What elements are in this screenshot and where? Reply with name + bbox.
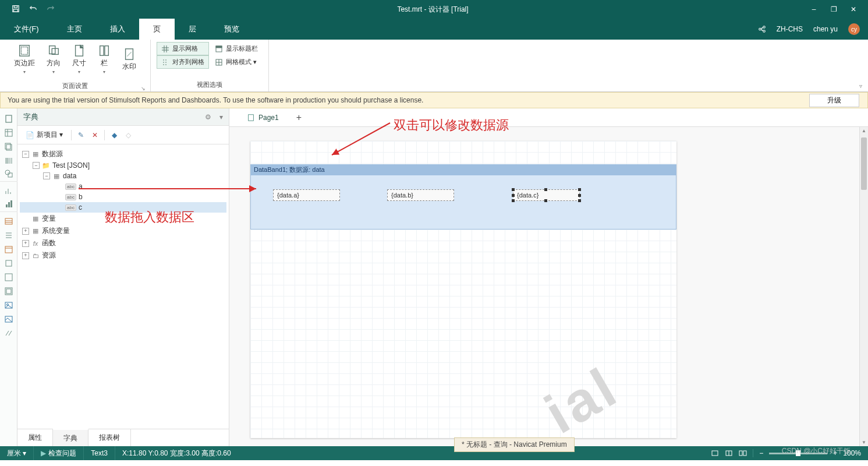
tool-copy-icon[interactable] [0,140,17,154]
tree-node-datasource[interactable]: − ▦ 数据源 [20,148,226,160]
expand-icon[interactable]: + [22,252,29,259]
tree-node-variables[interactable]: ▦ 变量 [20,213,226,225]
edit-icon[interactable]: ✎ [76,130,86,140]
sysvar-icon: ▦ [31,227,40,235]
tool-image-icon[interactable] [0,298,17,312]
canvas-scroll[interactable]: DataBand1; 数据源: data {data.a} {data.b} {… [229,127,868,446]
databand-body[interactable]: {data.a} {data.b} {data.c} [250,175,676,230]
ribbon-collapse-icon[interactable]: ▿ [859,83,862,89]
menu-layer[interactable]: 层 [175,19,210,40]
tab-report-tree[interactable]: 报表树 [88,429,131,446]
grid-mode-button[interactable]: 网格模式 ▾ [210,55,263,69]
orientation-button[interactable]: 方向 ▾ [42,42,65,77]
tool-table-icon[interactable] [0,214,17,228]
svg-point-21 [5,170,10,175]
show-grid-toggle[interactable]: 显示网格 [157,42,209,55]
new-item-button[interactable]: 📄 新项目 ▾ [22,129,66,141]
menu-home[interactable]: 主页 [53,19,96,40]
menu-file[interactable]: 文件(F) [0,19,53,40]
svg-rect-40 [739,451,742,456]
undo-icon[interactable] [29,5,38,14]
taskbar-item[interactable]: * 无标题 - 查询 - Navicat Premium [454,437,575,452]
tree-node-sysvars[interactable]: + ▦ 系统变量 [20,225,226,237]
tool-list-icon[interactable] [0,228,17,242]
settings-icon[interactable]: ⚙ [205,113,211,121]
zoom-in-icon[interactable]: + [833,449,837,457]
chevron-down-icon[interactable]: ▾ [219,113,223,121]
svg-rect-29 [5,274,12,281]
restore-button[interactable]: ❐ [830,5,838,13]
language-label[interactable]: ZH-CHS [777,25,803,33]
databand-header[interactable]: DataBand1; 数据源: data [250,164,676,175]
tool-bar-icon[interactable] [0,198,17,212]
collapse-icon[interactable]: − [43,172,50,179]
columns-button[interactable]: 栏 ▾ [93,42,115,77]
tool-settings-icon[interactable] [0,326,17,340]
tool-barcode-icon[interactable] [0,154,17,168]
upgrade-button[interactable]: 升级 [809,94,859,107]
tool-shape-icon[interactable] [0,168,17,182]
vertical-scrollbar[interactable]: ▲ ▼ [859,127,868,446]
tool-crosstab-icon[interactable] [0,126,17,140]
show-title-toggle[interactable]: 显示标题栏 [210,42,263,55]
tree-node-test-json[interactable]: − 📁 Test [JSON] [20,160,226,171]
share-icon[interactable] [758,25,766,33]
tool-panel2-icon[interactable] [0,284,17,298]
tool-calendar-icon[interactable] [0,242,17,256]
tab-dictionary[interactable]: 字典 [53,429,88,446]
view-mode1-icon[interactable] [711,449,719,457]
save-icon[interactable] [12,5,21,14]
collapse-icon[interactable]: − [22,151,29,158]
svg-rect-11 [100,46,104,56]
tree-node-field-c[interactable]: abc c [20,202,226,213]
view-mode2-icon[interactable] [725,449,733,457]
zoom-out-icon[interactable]: − [759,449,763,457]
dictionary-panel: 字典 ⚙ ▾ 📄 新项目 ▾ ✎ ✕ ◆ ◇ − ▦ 数据源 [17,108,229,446]
margins-icon [18,44,31,57]
status-unit[interactable]: 厘米 ▾ [0,446,34,460]
field-data-b[interactable]: {data.b} [387,189,454,201]
page-tab-add[interactable]: + [289,110,309,125]
svg-rect-18 [5,129,12,136]
expand-icon[interactable]: + [22,228,29,235]
tool-checkbox-icon[interactable] [0,256,17,270]
menu-preview[interactable]: 预览 [210,19,253,40]
field-data-a[interactable]: {data.a} [273,189,340,201]
status-check[interactable]: ▶检查问题 [34,446,84,460]
ribbon: 页边距 ▾ 方向 ▾ 尺寸 ▾ 栏 ▾ [0,40,868,92]
page-tab-page1[interactable]: Page1 [239,110,287,125]
page-setup-launcher-icon[interactable]: ↘ [141,86,146,91]
tree-node-resources[interactable]: + 🗀 资源 [20,249,226,262]
tree-node-field-b[interactable]: abc b [20,192,226,202]
report-page[interactable]: DataBand1; 数据源: data {data.a} {data.b} {… [250,141,676,438]
tool-page-icon[interactable] [0,112,17,126]
delete-icon[interactable]: ✕ [90,130,100,140]
align-grid-toggle[interactable]: 对齐到网格 [157,55,209,69]
field-data-c[interactable]: {data.c} [513,189,580,201]
watermark-button[interactable]: 水印 [118,45,141,74]
minimize-button[interactable]: – [810,5,818,13]
tree-node-functions[interactable]: + fx 函数 [20,237,226,249]
margins-button[interactable]: 页边距 ▾ [9,42,40,77]
svg-rect-41 [743,451,746,456]
tree-node-field-a[interactable]: abc a [20,181,226,192]
view-mode3-icon[interactable] [739,449,747,457]
zoom-slider[interactable] [769,453,827,454]
menu-insert[interactable]: 插入 [96,19,139,40]
tool-image2-icon[interactable] [0,312,17,326]
move-up-icon[interactable]: ◆ [109,130,119,140]
databand[interactable]: DataBand1; 数据源: data {data.a} {data.b} {… [250,164,676,230]
menu-page[interactable]: 页 [139,19,175,40]
scrollbar-thumb[interactable] [861,137,867,190]
expand-icon[interactable]: + [22,240,29,247]
tool-panel-icon[interactable] [0,270,17,284]
menu-bar: 文件(F) 主页 插入 页 层 预览 ZH-CHS chen yu cy [0,19,868,40]
tree-node-data[interactable]: − ▦ data [20,171,226,181]
collapse-icon[interactable]: − [33,162,40,169]
tool-chart-icon[interactable] [0,184,17,198]
field-icon: abc [65,194,76,200]
close-button[interactable]: ✕ [849,5,858,13]
size-button[interactable]: 尺寸 ▾ [68,42,91,77]
avatar[interactable]: cy [848,23,860,35]
tab-properties[interactable]: 属性 [17,429,53,446]
